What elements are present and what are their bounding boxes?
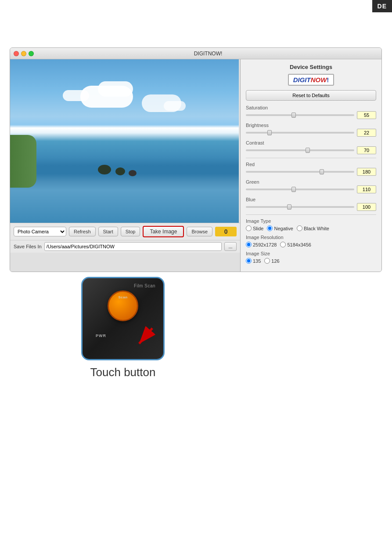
green-row: Green <box>246 179 376 193</box>
logo-box: DIGITNOW! <box>288 74 334 86</box>
resolution-5184[interactable]: 5184x3456 <box>280 242 311 247</box>
image-type-slide[interactable]: Slide <box>246 225 263 231</box>
image-resolution-group: 2592x1728 5184x3456 <box>246 242 376 247</box>
start-button[interactable]: Start <box>98 227 118 236</box>
brightness-label: Brightness <box>246 123 376 128</box>
blue-label: Blue <box>246 197 376 202</box>
green-label: Green <box>246 179 376 185</box>
brightness-row: Brightness <box>246 123 376 137</box>
touch-button-label: Touch button <box>90 366 156 379</box>
contrast-thumb[interactable] <box>306 148 310 153</box>
image-type-negative[interactable]: Negative <box>267 225 293 231</box>
image-size-group: 135 126 <box>246 258 376 264</box>
window-controls <box>14 51 34 56</box>
panel-title: Device Settings <box>246 64 376 70</box>
saturation-label: Saturation <box>246 105 376 110</box>
contrast-label: Contrast <box>246 140 376 145</box>
content-area: Photo Camera Refresh Start Stop Take Ima… <box>10 59 381 272</box>
divider-1 <box>246 158 376 158</box>
image-type-blackwhite[interactable]: Black White <box>297 225 329 231</box>
image-type-group: Slide Negative Black White <box>246 225 376 231</box>
logo-now: NOW <box>311 76 327 83</box>
saturation-slider-row <box>246 111 376 119</box>
browse-dots-button[interactable]: ... <box>224 242 237 251</box>
pwr-label: PWR <box>96 334 106 338</box>
stop-button[interactable]: Stop <box>121 227 140 236</box>
image-type-row: Image Type Slide Negative Black White <box>246 218 376 231</box>
red-value[interactable] <box>357 168 376 176</box>
green-track[interactable] <box>246 189 354 190</box>
svg-line-1 <box>139 328 152 344</box>
divider-2 <box>246 214 376 215</box>
app-window: DIGITNOW! <box>10 47 382 272</box>
image-size-row: Image Size 135 126 <box>246 251 376 264</box>
contrast-row: Contrast <box>246 140 376 154</box>
image-resolution-label: Image Resolution <box>246 235 376 240</box>
preview-image <box>10 59 239 223</box>
contrast-track[interactable] <box>246 149 354 151</box>
orange-scan-button[interactable]: Scan <box>108 290 138 321</box>
contrast-slider-row <box>246 146 376 154</box>
saturation-row: Saturation <box>246 105 376 119</box>
red-arrow-icon <box>126 324 157 355</box>
green-thumb[interactable] <box>291 187 296 192</box>
reset-defaults-button[interactable]: Reset to Defaults <box>246 90 376 101</box>
size-135[interactable]: 135 <box>246 258 261 264</box>
scan-label: Scan <box>118 295 127 299</box>
image-size-label: Image Size <box>246 251 376 256</box>
right-panel: Device Settings DIGITNOW! Reset to Defau… <box>241 59 381 272</box>
land-left <box>10 135 36 188</box>
de-badge: DE <box>372 0 392 12</box>
image-type-label: Image Type <box>246 218 376 224</box>
minimize-button[interactable] <box>21 51 26 56</box>
red-thumb[interactable] <box>320 169 324 174</box>
controls-bar: Photo Camera Refresh Start Stop Take Ima… <box>10 223 240 240</box>
counter-display: 0 <box>215 227 237 236</box>
green-slider-row <box>246 185 376 193</box>
blue-row: Blue <box>246 197 376 211</box>
brightness-slider-row <box>246 129 376 137</box>
left-panel: Photo Camera Refresh Start Stop Take Ima… <box>10 59 241 272</box>
brightness-track[interactable] <box>246 132 354 134</box>
red-track[interactable] <box>246 171 354 173</box>
blue-value[interactable] <box>357 203 376 211</box>
green-value[interactable] <box>357 185 376 193</box>
save-files-row: Save Files In ... <box>10 240 240 253</box>
touch-button-image: Film Scan Scan PWR <box>81 277 165 360</box>
red-slider-row <box>246 168 376 176</box>
blue-track[interactable] <box>246 206 354 208</box>
saturation-thumb[interactable] <box>291 112 296 118</box>
red-row: Red <box>246 162 376 176</box>
window-title: DIGITNOW! <box>38 51 378 57</box>
brightness-thumb[interactable] <box>267 130 272 135</box>
digitnow-logo: DIGITNOW! <box>246 74 376 86</box>
device-select[interactable]: Photo Camera <box>14 227 66 236</box>
browse-button[interactable]: Browse <box>187 227 212 236</box>
logo-exclaim: ! <box>327 76 329 83</box>
blue-slider-row <box>246 203 376 211</box>
brightness-value[interactable] <box>357 129 376 137</box>
touch-section: Film Scan Scan PWR Touch button <box>81 277 165 379</box>
save-files-label: Save Files In <box>14 244 42 249</box>
blue-thumb[interactable] <box>287 204 291 210</box>
contrast-value[interactable] <box>357 146 376 154</box>
image-resolution-row: Image Resolution 2592x1728 5184x3456 <box>246 235 376 247</box>
resolution-2592[interactable]: 2592x1728 <box>246 242 277 247</box>
refresh-button[interactable]: Refresh <box>69 227 96 236</box>
scanner-text: Film Scan <box>134 283 155 288</box>
path-input[interactable] <box>44 242 222 251</box>
red-label: Red <box>246 162 376 167</box>
maximize-button[interactable] <box>29 51 34 56</box>
title-bar: DIGITNOW! <box>10 48 381 59</box>
size-126[interactable]: 126 <box>264 258 279 264</box>
logo-digit: DIGIT <box>293 76 311 83</box>
saturation-value[interactable] <box>357 111 376 119</box>
take-image-button[interactable]: Take Image <box>143 226 184 237</box>
close-button[interactable] <box>14 51 19 56</box>
saturation-track[interactable] <box>246 114 354 116</box>
